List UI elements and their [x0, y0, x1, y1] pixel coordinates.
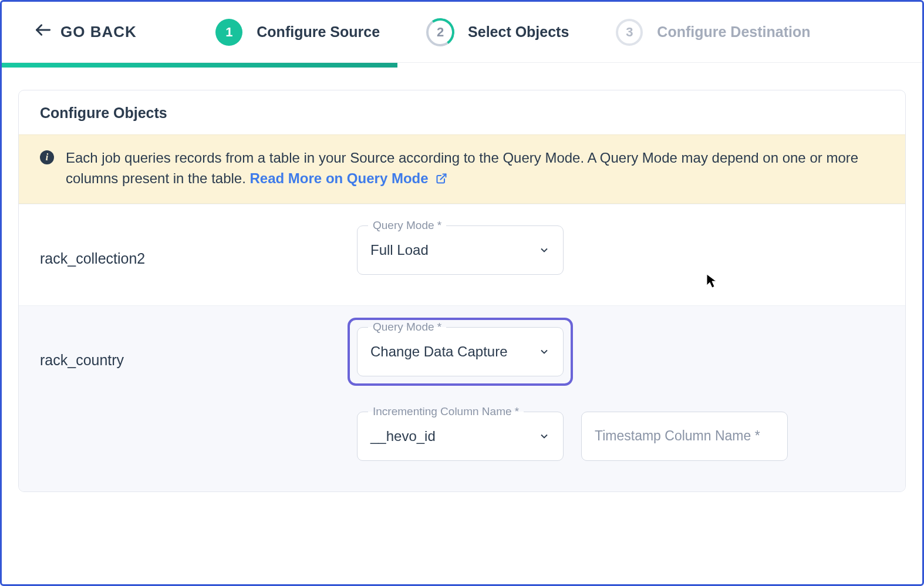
- step-configure-destination[interactable]: 3 Configure Destination: [616, 19, 810, 46]
- field-label: Query Mode *: [368, 321, 446, 334]
- field-label: Incrementing Column Name *: [368, 405, 524, 418]
- stepper: 1 Configure Source 2 Select Objects 3 Co…: [137, 19, 889, 46]
- header: GO BACK 1 Configure Source 2 Select Obje…: [2, 2, 922, 63]
- incrementing-column-select[interactable]: Incrementing Column Name * __hevo_id: [357, 412, 564, 461]
- go-back-label: GO BACK: [60, 23, 137, 41]
- progress-fill: [2, 63, 397, 68]
- step-number: 2: [427, 19, 454, 46]
- read-more-link[interactable]: Read More on Query Mode: [250, 170, 448, 186]
- svg-line-1: [441, 174, 446, 179]
- card-title: Configure Objects: [19, 90, 905, 134]
- field-placeholder: Timestamp Column Name *: [595, 428, 760, 444]
- field-value: Change Data Capture: [370, 343, 538, 360]
- field-value: Full Load: [370, 242, 538, 258]
- object-name: rack_collection2: [40, 225, 345, 267]
- field-label: Query Mode *: [368, 219, 446, 232]
- chevron-down-icon: [538, 346, 550, 358]
- step-label: Configure Destination: [657, 23, 810, 41]
- arrow-left-icon: [35, 22, 51, 42]
- chevron-down-icon: [538, 430, 550, 442]
- step-configure-source[interactable]: 1 Configure Source: [215, 19, 380, 46]
- step-number: 1: [215, 19, 242, 46]
- query-mode-select[interactable]: Query Mode * Full Load: [357, 225, 564, 275]
- object-row: rack_country Query Mode * Change Data Ca…: [19, 305, 905, 491]
- info-icon: i: [40, 150, 54, 164]
- step-label: Select Objects: [468, 23, 569, 41]
- info-text-body: Each job queries records from a table in…: [66, 150, 858, 186]
- step-select-objects[interactable]: 2 Select Objects: [427, 19, 569, 46]
- progress-bar: [2, 63, 922, 68]
- chevron-down-icon: [538, 244, 550, 256]
- configure-objects-card: Configure Objects i Each job queries rec…: [18, 90, 906, 492]
- info-text: Each job queries records from a table in…: [66, 148, 884, 190]
- object-name: rack_country: [40, 327, 345, 369]
- query-mode-select[interactable]: Query Mode * Change Data Capture: [357, 327, 564, 376]
- step-number: 3: [616, 19, 643, 46]
- timestamp-column-input[interactable]: Timestamp Column Name *: [581, 412, 788, 461]
- info-banner: i Each job queries records from a table …: [19, 134, 905, 204]
- step-label: Configure Source: [257, 23, 380, 41]
- go-back-button[interactable]: GO BACK: [35, 22, 137, 42]
- field-value: __hevo_id: [370, 428, 538, 444]
- external-link-icon: [436, 170, 447, 190]
- object-row: rack_collection2 Query Mode * Full Load: [19, 204, 905, 305]
- highlighted-field: Query Mode * Change Data Capture: [348, 318, 573, 386]
